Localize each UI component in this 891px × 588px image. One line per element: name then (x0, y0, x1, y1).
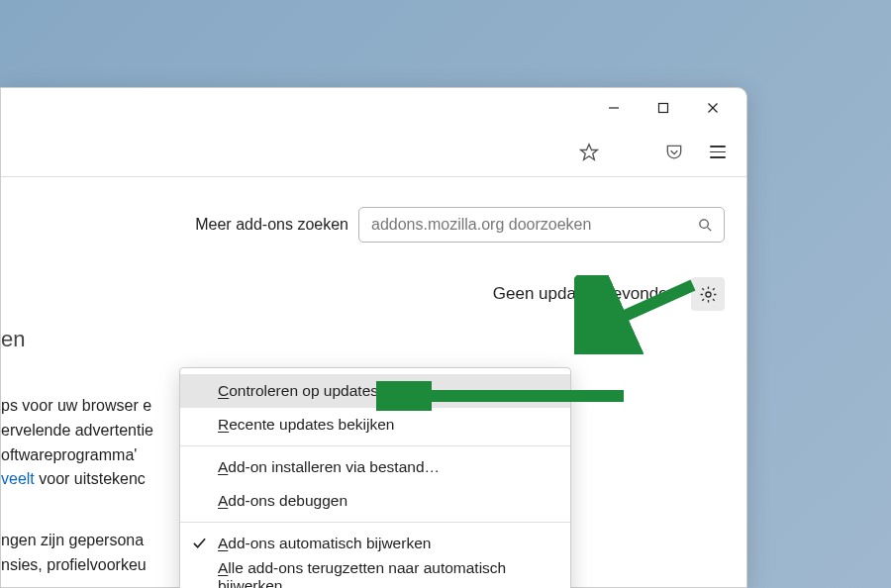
minimize-button[interactable] (590, 92, 638, 124)
search-placeholder: addons.mozilla.org doorzoeken (371, 216, 591, 234)
settings-gear-button[interactable] (691, 277, 725, 311)
search-input[interactable]: addons.mozilla.org doorzoeken (358, 207, 725, 243)
search-icon (697, 217, 714, 234)
status-row: Geen updates gevonden (1, 277, 725, 311)
search-row: Meer add-ons zoeken addons.mozilla.org d… (1, 207, 725, 243)
toolbar (1, 128, 746, 177)
body-text-1: ps voor uw browser e ervelende advertent… (1, 394, 153, 492)
menu-item-check-updates[interactable]: Controleren op updates (180, 374, 570, 408)
menu-item-recent-updates[interactable]: Recente updates bekijken (180, 408, 570, 441)
update-status: Geen updates gevonden (493, 284, 677, 304)
menu-item-auto-update[interactable]: Add-ons automatisch bijwerken (180, 527, 570, 560)
menu-item-debug-addons[interactable]: Add-ons debuggen (180, 484, 570, 518)
menu-item-install-from-file[interactable]: Add-on installeren via bestand… (180, 450, 570, 484)
body-text-2: ngen zijn gepersona nsies, profielvoorke… (1, 529, 147, 578)
svg-rect-1 (659, 104, 668, 113)
content-area: Meer add-ons zoeken addons.mozilla.org d… (1, 177, 746, 311)
gear-icon (699, 285, 718, 304)
browser-window: Meer add-ons zoeken addons.mozilla.org d… (0, 87, 747, 588)
svg-point-5 (700, 219, 709, 228)
hamburger-menu-icon[interactable] (707, 142, 729, 163)
pocket-icon[interactable] (663, 142, 685, 163)
bookmark-star-icon[interactable] (578, 142, 600, 163)
menu-separator (180, 445, 570, 446)
close-button[interactable] (689, 92, 737, 124)
maximize-button[interactable] (640, 92, 687, 124)
svg-line-6 (708, 227, 712, 231)
svg-point-7 (705, 291, 710, 296)
menu-separator (180, 522, 570, 523)
section-heading-fragment: en (1, 327, 25, 352)
check-icon (192, 536, 207, 554)
titlebar (1, 88, 746, 128)
recommend-link[interactable]: veelt (1, 470, 35, 487)
settings-menu: Controleren op updates Recente updates b… (179, 367, 571, 588)
svg-marker-4 (581, 144, 598, 159)
search-label: Meer add-ons zoeken (195, 216, 348, 234)
menu-item-reset-auto-update[interactable]: Alle add-ons terugzetten naar automatisc… (180, 560, 570, 588)
